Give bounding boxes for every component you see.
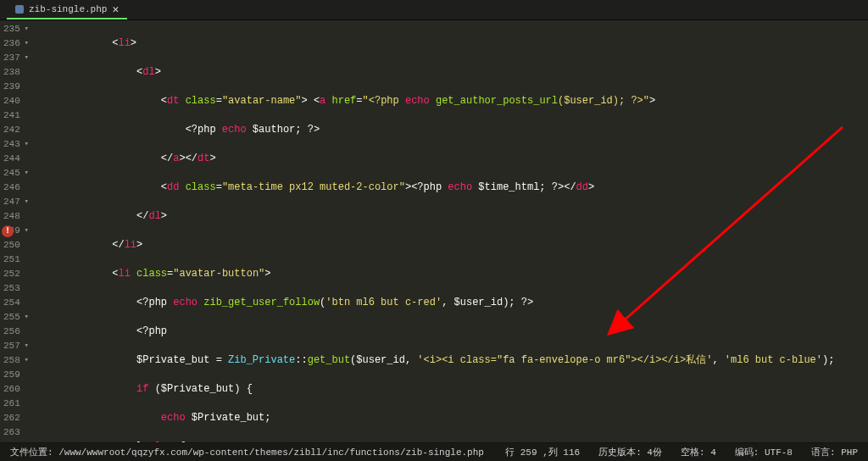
php-file-icon xyxy=(15,5,24,14)
code-area[interactable]: <li> <dl> <dt class="avatar-name"> <a hr… xyxy=(36,20,868,442)
gutter: 235▾ 236▾ 237▾ 238 239 240 241 242 243▾ … xyxy=(0,20,36,442)
status-cursor[interactable]: 行 259 ,列 116 xyxy=(505,446,580,458)
status-history[interactable]: 历史版本: 4份 xyxy=(598,446,662,458)
tab-bar: zib-single.php ✕ xyxy=(0,0,868,20)
tab-label: zib-single.php xyxy=(29,4,107,14)
status-encoding[interactable]: 编码: UTF-8 xyxy=(735,446,793,458)
error-marker-icon[interactable]: ! xyxy=(2,225,14,237)
status-file-path: 文件位置: /www/wwwroot/qqzyfx.com/wp-content… xyxy=(10,446,484,458)
editor: 235▾ 236▾ 237▾ 238 239 240 241 242 243▾ … xyxy=(0,20,868,442)
status-language[interactable]: 语言: PHP xyxy=(811,446,858,458)
status-bar: 文件位置: /www/wwwroot/qqzyfx.com/wp-content… xyxy=(0,442,868,461)
tab-zib-single[interactable]: zib-single.php ✕ xyxy=(7,0,127,19)
status-spaces[interactable]: 空格: 4 xyxy=(681,446,716,458)
close-icon[interactable]: ✕ xyxy=(112,3,119,16)
